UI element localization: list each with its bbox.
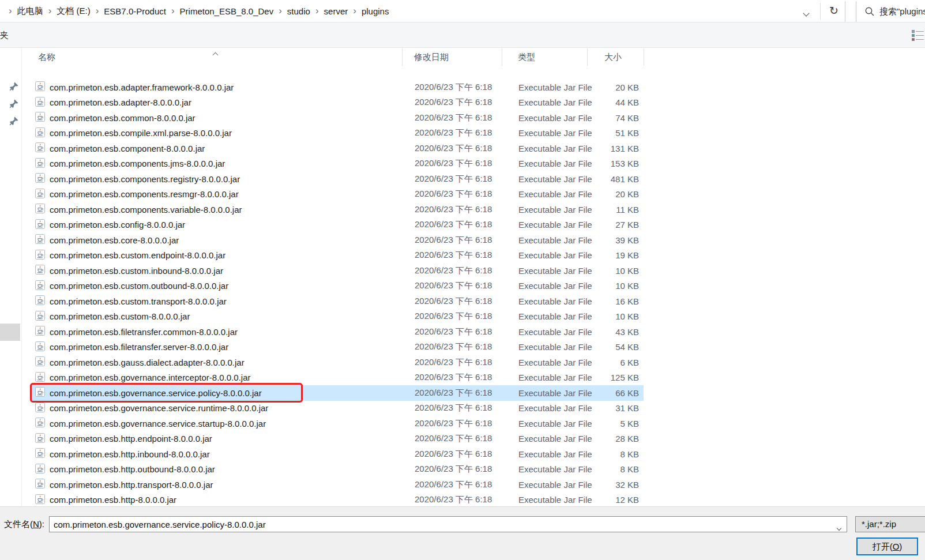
file-row[interactable]: com.primeton.esb.components.registry-8.0… [32,171,644,187]
jar-file-icon [35,142,45,154]
column-header-row: 名称 修改日期 类型 大小 [0,48,925,66]
file-row[interactable]: com.primeton.esb.governance.service.runt… [32,401,644,416]
file-row[interactable]: com.primeton.esb.components.resmgr-8.0.0… [32,187,644,202]
file-name: com.primeton.esb.custom-8.0.0.0.jar [50,311,190,321]
file-name: com.primeton.esb.gauss.dialect.adapter-8… [50,358,245,367]
file-type: Executable Jar File [502,434,587,444]
nav-pane-scrollbar-thumb[interactable] [0,324,20,341]
file-row[interactable]: com.primeton.esb.http.inbound-8.0.0.0.ja… [32,446,644,462]
address-dropdown-button[interactable] [804,7,809,18]
breadcrumb-item[interactable]: ESB7.0-Product [104,6,166,16]
search-placeholder: 搜索"plugins" [879,1,925,22]
file-type: Executable Jar File [502,281,587,291]
jar-file-icon [35,311,45,322]
file-row[interactable]: com.primeton.esb.common-8.0.0.0.jar 2020… [32,110,644,126]
file-name: com.primeton.esb.custom.endpoint-8.0.0.0… [50,250,225,260]
file-list: com.primeton.esb.adapter.framework-8.0.0… [32,80,644,508]
file-row[interactable]: com.primeton.esb.custom-8.0.0.0.jar 2020… [32,309,644,325]
refresh-button[interactable]: ↻ [826,3,841,19]
new-folder-button-partial[interactable]: 夹 [0,22,9,48]
breadcrumb-item[interactable]: Primeton_ESB_8.0_Dev [180,6,274,16]
file-row[interactable]: com.primeton.esb.gauss.dialect.adapter-8… [32,355,644,370]
jar-file-icon [35,204,45,215]
column-header-type[interactable]: 类型 [518,52,535,63]
file-size: 51 KB [587,128,644,138]
jar-file-icon [35,219,45,231]
file-row[interactable]: com.primeton.esb.adapter-8.0.0.0.jar 202… [32,95,644,111]
file-size: 10 KB [587,311,644,321]
file-row[interactable]: com.primeton.esb.components.jms-8.0.0.0.… [32,156,644,172]
open-button[interactable]: 打开(O) [856,538,918,555]
jar-file-icon [35,387,45,399]
column-divider[interactable] [644,48,644,66]
file-row[interactable]: com.primeton.esb.config-8.0.0.0.jar 2020… [32,217,644,233]
breadcrumb-item[interactable]: studio [287,6,310,16]
column-divider[interactable] [587,48,588,66]
file-date-modified: 2020/6/23 下午 6:18 [402,82,502,93]
column-header-name[interactable]: 名称 [38,52,55,63]
file-name: com.primeton.esb.config-8.0.0.0.jar [50,220,185,230]
jar-file-icon [35,173,45,185]
file-size: 27 KB [587,220,644,230]
jar-file-icon [35,158,45,170]
file-row[interactable]: com.primeton.esb.governance.service.star… [32,416,644,431]
jar-file-icon [35,403,45,414]
file-type: Executable Jar File [502,205,587,215]
search-box[interactable]: 搜索"plugins" [856,1,925,22]
file-date-modified: 2020/6/23 下午 6:18 [402,433,502,444]
file-size: 8 KB [587,449,644,459]
file-row[interactable]: com.primeton.esb.http.transport-8.0.0.0.… [32,477,644,493]
file-date-modified: 2020/6/23 下午 6:18 [402,97,502,108]
file-row[interactable]: com.primeton.esb.custom.inbound-8.0.0.0.… [32,263,644,279]
file-row[interactable]: com.primeton.esb.governance.interceptor-… [32,370,644,386]
file-name: com.primeton.esb.governance.service.poli… [50,388,262,398]
jar-file-icon [35,356,45,368]
file-row[interactable]: com.primeton.esb.filetransfer.server-8.0… [32,340,644,355]
file-row[interactable]: com.primeton.esb.components.variable-8.0… [32,202,644,217]
file-row[interactable]: com.primeton.esb.governance.service.poli… [32,385,644,401]
file-size: 44 KB [587,97,644,107]
file-type: Executable Jar File [502,128,587,138]
pin-icon [9,81,19,92]
file-row[interactable]: com.primeton.esb.core-8.0.0.0.jar 2020/6… [32,232,644,248]
file-type: Executable Jar File [502,82,587,92]
file-row[interactable]: com.primeton.esb.custom.endpoint-8.0.0.0… [32,248,644,264]
file-date-modified: 2020/6/23 下午 6:18 [402,250,502,261]
column-divider[interactable] [502,48,502,66]
file-type: Executable Jar File [502,464,587,474]
breadcrumb-item[interactable]: 文档 (E:) [57,6,90,17]
file-type: Executable Jar File [502,342,587,352]
file-date-modified: 2020/6/23 下午 6:18 [402,403,502,414]
column-header-date-modified[interactable]: 修改日期 [414,52,449,63]
details-view-icon[interactable] [912,29,925,42]
file-row[interactable]: com.primeton.esb.filetransfer.common-8.0… [32,324,644,340]
file-row[interactable]: com.primeton.esb.compile.xml.parse-8.0.0… [32,126,644,141]
file-row[interactable]: com.primeton.esb.custom.transport-8.0.0.… [32,294,644,309]
breadcrumb-item[interactable]: 此电脑 [17,6,43,17]
file-name: com.primeton.esb.filetransfer.server-8.0… [50,342,228,352]
column-header-size[interactable]: 大小 [604,52,622,63]
file-date-modified: 2020/6/23 下午 6:18 [402,449,502,460]
breadcrumb-separator-icon: › [310,5,324,17]
file-type: Executable Jar File [502,403,587,413]
file-row[interactable]: com.primeton.esb.custom.outbound-8.0.0.0… [32,279,644,294]
file-size: 39 KB [587,235,644,245]
jar-file-icon [35,127,45,139]
file-size: 28 KB [587,434,644,444]
file-row[interactable]: com.primeton.esb.adapter.framework-8.0.0… [32,80,644,95]
column-divider[interactable] [402,48,403,66]
file-row[interactable]: com.primeton.esb.http-8.0.0.0.jar 2020/6… [32,493,644,508]
filename-dropdown-button[interactable] [837,522,841,532]
breadcrumb-item[interactable]: server [324,6,348,16]
file-name: com.primeton.esb.custom.outbound-8.0.0.0… [50,281,228,291]
file-type: Executable Jar File [502,159,587,168]
file-row[interactable]: com.primeton.esb.http.endpoint-8.0.0.0.j… [32,431,644,447]
file-row[interactable]: com.primeton.esb.component-8.0.0.0.jar 2… [32,141,644,156]
filename-input[interactable] [50,517,847,532]
breadcrumb-separator-icon: › [91,5,104,17]
filetype-select[interactable]: *.jar;*.zip [855,516,925,532]
file-size: 20 KB [587,189,644,199]
pin-icon [9,99,19,109]
file-row[interactable]: com.primeton.esb.http.outbound-8.0.0.0.j… [32,462,644,478]
breadcrumb-item[interactable]: plugins [362,6,389,16]
